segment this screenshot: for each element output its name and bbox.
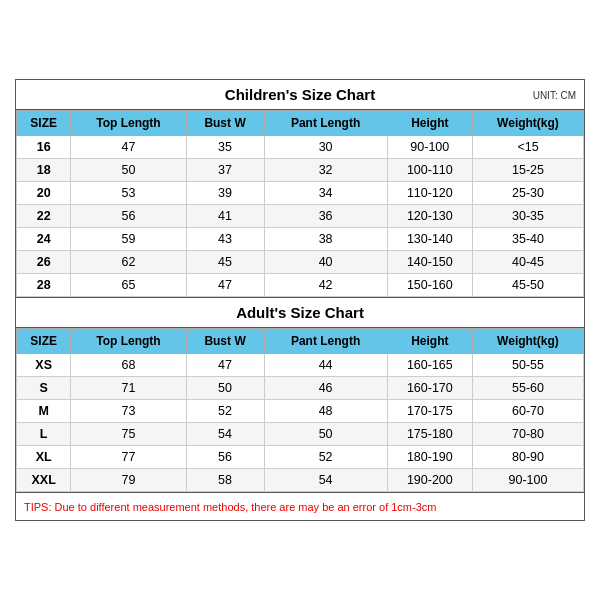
table-cell: 54: [264, 469, 387, 492]
table-cell: 37: [186, 159, 264, 182]
table-cell: 20: [17, 182, 71, 205]
table-cell: 75: [71, 423, 186, 446]
table-cell: S: [17, 377, 71, 400]
table-cell: XXL: [17, 469, 71, 492]
table-cell: 54: [186, 423, 264, 446]
tips-text: TIPS: Due to different measurement metho…: [24, 501, 436, 513]
table-cell: 56: [71, 205, 186, 228]
table-cell: 44: [264, 354, 387, 377]
table-cell: 36: [264, 205, 387, 228]
table-cell: 175-180: [387, 423, 472, 446]
table-cell: 28: [17, 274, 71, 297]
adult-col-size: SIZE: [17, 329, 71, 354]
table-cell: 170-175: [387, 400, 472, 423]
table-cell: 50: [264, 423, 387, 446]
table-cell: 59: [71, 228, 186, 251]
table-cell: 22: [17, 205, 71, 228]
table-cell: 35-40: [472, 228, 583, 251]
table-cell: 110-120: [387, 182, 472, 205]
adult-table: SIZE Top Length Bust W Pant Length Heigh…: [16, 328, 584, 492]
size-chart: Children's Size Chart UNIT: CM SIZE Top …: [15, 79, 585, 521]
table-cell: 42: [264, 274, 387, 297]
tips-row: TIPS: Due to different measurement metho…: [16, 492, 584, 520]
table-cell: 70-80: [472, 423, 583, 446]
children-col-height: Height: [387, 111, 472, 136]
table-row: 1647353090-100<15: [17, 136, 584, 159]
table-cell: 190-200: [387, 469, 472, 492]
adult-col-height: Height: [387, 329, 472, 354]
table-cell: 18: [17, 159, 71, 182]
table-row: 28654742150-16045-50: [17, 274, 584, 297]
table-cell: 53: [71, 182, 186, 205]
table-cell: 55-60: [472, 377, 583, 400]
table-row: XL775652180-19080-90: [17, 446, 584, 469]
children-col-bust-w: Bust W: [186, 111, 264, 136]
table-cell: 73: [71, 400, 186, 423]
children-table: SIZE Top Length Bust W Pant Length Heigh…: [16, 110, 584, 297]
table-row: 22564136120-13030-35: [17, 205, 584, 228]
table-cell: 77: [71, 446, 186, 469]
table-cell: 130-140: [387, 228, 472, 251]
children-title: Children's Size Chart: [225, 86, 375, 103]
table-cell: 26: [17, 251, 71, 274]
table-row: M735248170-17560-70: [17, 400, 584, 423]
table-cell: 15-25: [472, 159, 583, 182]
table-cell: 30-35: [472, 205, 583, 228]
table-cell: 160-165: [387, 354, 472, 377]
table-cell: 90-100: [472, 469, 583, 492]
children-col-weight: Weight(kg): [472, 111, 583, 136]
children-col-top-length: Top Length: [71, 111, 186, 136]
table-cell: 35: [186, 136, 264, 159]
table-cell: 180-190: [387, 446, 472, 469]
table-cell: 38: [264, 228, 387, 251]
adult-title-row: Adult's Size Chart: [16, 297, 584, 328]
table-cell: 58: [186, 469, 264, 492]
table-cell: 65: [71, 274, 186, 297]
table-cell: 41: [186, 205, 264, 228]
table-cell: 45: [186, 251, 264, 274]
table-cell: 46: [264, 377, 387, 400]
adult-col-weight: Weight(kg): [472, 329, 583, 354]
table-cell: 50-55: [472, 354, 583, 377]
table-row: S715046160-17055-60: [17, 377, 584, 400]
table-row: 24594338130-14035-40: [17, 228, 584, 251]
table-row: XXL795854190-20090-100: [17, 469, 584, 492]
table-cell: 24: [17, 228, 71, 251]
table-cell: 52: [186, 400, 264, 423]
table-cell: 80-90: [472, 446, 583, 469]
table-cell: 160-170: [387, 377, 472, 400]
table-cell: M: [17, 400, 71, 423]
table-cell: 25-30: [472, 182, 583, 205]
adult-col-top-length: Top Length: [71, 329, 186, 354]
table-cell: 40-45: [472, 251, 583, 274]
table-cell: 52: [264, 446, 387, 469]
table-cell: XS: [17, 354, 71, 377]
table-cell: 50: [71, 159, 186, 182]
table-cell: 56: [186, 446, 264, 469]
table-cell: 79: [71, 469, 186, 492]
table-cell: 30: [264, 136, 387, 159]
table-cell: 47: [186, 354, 264, 377]
table-cell: 100-110: [387, 159, 472, 182]
table-cell: 50: [186, 377, 264, 400]
table-cell: 60-70: [472, 400, 583, 423]
children-col-size: SIZE: [17, 111, 71, 136]
table-cell: 47: [71, 136, 186, 159]
table-row: 18503732100-11015-25: [17, 159, 584, 182]
table-cell: 71: [71, 377, 186, 400]
adult-header-row: SIZE Top Length Bust W Pant Length Heigh…: [17, 329, 584, 354]
children-col-pant-length: Pant Length: [264, 111, 387, 136]
adult-title: Adult's Size Chart: [236, 304, 364, 321]
table-cell: 43: [186, 228, 264, 251]
table-cell: 150-160: [387, 274, 472, 297]
table-cell: 120-130: [387, 205, 472, 228]
table-cell: <15: [472, 136, 583, 159]
table-cell: 68: [71, 354, 186, 377]
table-row: 26624540140-15040-45: [17, 251, 584, 274]
table-cell: L: [17, 423, 71, 446]
table-row: L755450175-18070-80: [17, 423, 584, 446]
table-cell: 140-150: [387, 251, 472, 274]
table-cell: 40: [264, 251, 387, 274]
unit-label: UNIT: CM: [533, 89, 576, 100]
adult-col-bust-w: Bust W: [186, 329, 264, 354]
